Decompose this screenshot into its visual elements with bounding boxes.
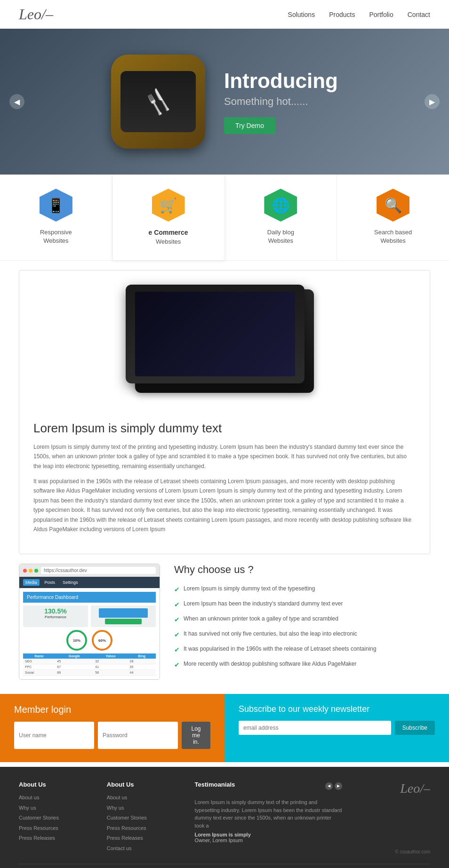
search-label: Search based Websites xyxy=(374,228,412,245)
footer-link[interactable]: Customer Stories xyxy=(107,814,181,822)
main-nav: Solutions Products Portfolio Contact xyxy=(288,11,430,18)
nav-portfolio[interactable]: Portfolio xyxy=(369,11,393,18)
browser-nav-item[interactable]: Media xyxy=(23,579,40,586)
product-section: Lorem Ipsum is simply dummy text Lorem I… xyxy=(19,270,430,555)
features-section: 📱 Responsive Websites 🛒 e Commerce Websi… xyxy=(0,175,449,261)
testimonial-next[interactable]: ▶ xyxy=(335,782,342,790)
footer-col-1: About Us About us Why us Customer Storie… xyxy=(19,781,93,854)
browser-nav-item2[interactable]: Posts xyxy=(42,579,58,586)
ecommerce-label: e Commerce Websites xyxy=(149,228,188,246)
spatula-icon: 🍴 xyxy=(139,83,177,120)
footer-logo-col: Leo/– © cssauthor.com xyxy=(356,781,430,854)
tablet-mockup xyxy=(126,285,323,407)
footer-link[interactable]: About us xyxy=(19,794,93,802)
testimonials-title: Testimoanials xyxy=(195,781,235,788)
hero-subtitle: Something hot...... xyxy=(224,96,338,108)
why-item-1: ✔Lorem Ipsum is simply dummy text of the… xyxy=(174,584,430,595)
hero-content: 🍴 Introducing Something hot...... Try De… xyxy=(111,55,338,149)
close-dot xyxy=(23,569,27,573)
hero-cta-button[interactable]: Try Demo xyxy=(224,117,275,134)
responsive-label: Responsive Websites xyxy=(40,228,72,245)
feature-blog[interactable]: 🌐 Daily blog Websites xyxy=(225,175,337,260)
why-item-6: ✔More recently with desktop publishing s… xyxy=(174,660,430,670)
stat-number: 130.5% xyxy=(25,607,86,615)
nav-solutions[interactable]: Solutions xyxy=(288,11,315,18)
footer-link[interactable]: Customer Stories xyxy=(19,814,93,822)
footer-top: About Us About us Why us Customer Storie… xyxy=(19,781,430,854)
tablet-front xyxy=(126,285,305,383)
feature-search[interactable]: 🔍 Search based Websites xyxy=(337,175,449,260)
product-para2: It was popularised in the 1960s with the… xyxy=(33,477,416,534)
cta-section: Member login Log me in. Subscribe to our… xyxy=(0,694,449,762)
why-item-5: ✔It was popularised in the 1960s with th… xyxy=(174,645,430,655)
footer-link[interactable]: Press Releases xyxy=(19,834,93,842)
browser-url-bar[interactable]: https://cssauthor.dev xyxy=(41,567,156,574)
footer-link[interactable]: Why us xyxy=(107,804,181,812)
browser-nav: Media Posts Settings xyxy=(19,577,160,588)
footer-link[interactable]: Press Resources xyxy=(107,824,181,832)
ecommerce-icon: 🛒 xyxy=(152,189,185,222)
login-button[interactable]: Log me in. xyxy=(182,722,210,749)
why-item-2: ✔Lorem Ipsum has been the industry's sta… xyxy=(174,599,430,610)
bar-chart xyxy=(99,608,148,618)
hero-next-button[interactable]: ▶ xyxy=(425,94,440,109)
why-list: ✔Lorem Ipsum is simply dummy text of the… xyxy=(174,584,430,670)
hero-prev-button[interactable]: ◀ xyxy=(9,94,24,109)
product-para1: Lorem Ipsum is simply dummy text of the … xyxy=(33,442,416,471)
product-text: Lorem Ipsum is simply dummy text Lorem I… xyxy=(33,421,416,534)
check-icon-3: ✔ xyxy=(174,615,180,625)
footer-link[interactable]: Press Releases xyxy=(107,834,181,842)
stat-label: Performance xyxy=(25,615,86,619)
logo: Leo/– xyxy=(19,6,53,23)
cta-login: Member login Log me in. xyxy=(0,694,224,762)
feature-responsive[interactable]: 📱 Responsive Websites xyxy=(0,175,112,260)
cta-newsletter: Subscribe to our weekly newsletter Subsc… xyxy=(224,694,449,762)
feature-ecommerce[interactable]: 🛒 e Commerce Websites xyxy=(112,175,225,260)
product-image xyxy=(33,285,416,407)
why-text: Why choose us ? ✔Lorem Ipsum is simply d… xyxy=(174,564,430,675)
hero-app-icon: 🍴 xyxy=(111,55,205,149)
testimonial-bold: Lorem Ipsum is simply xyxy=(195,832,343,837)
circle-stat-1: 10% xyxy=(66,630,87,651)
footer-logo: Leo/– xyxy=(400,781,430,796)
maximize-dot xyxy=(34,569,38,573)
nav-products[interactable]: Products xyxy=(329,11,355,18)
password-input[interactable] xyxy=(98,722,178,749)
newsletter-form: Subscribe xyxy=(239,721,435,735)
footer-testimonials: Testimoanials ◀ ▶ Lorem Ipsum is simply … xyxy=(195,781,343,854)
circle-stats: 10% 60% xyxy=(23,630,156,651)
footer-col2-title: About Us xyxy=(107,781,181,788)
check-icon-2: ✔ xyxy=(174,600,180,610)
nav-contact[interactable]: Contact xyxy=(408,11,430,18)
testimonial-nav: ◀ ▶ xyxy=(325,782,342,790)
header: Leo/– Solutions Products Portfolio Conta… xyxy=(0,0,449,29)
footer-link[interactable]: Press Resources xyxy=(19,824,93,832)
subscribe-button[interactable]: Subscribe xyxy=(395,721,435,735)
footer-bottom: www.heritagechristiancollege.com xyxy=(19,864,430,868)
footer-link[interactable]: Why us xyxy=(19,804,93,812)
email-input[interactable] xyxy=(239,721,391,735)
footer-col-2: About Us About us Why us Customer Storie… xyxy=(107,781,181,854)
login-form: Log me in. xyxy=(14,722,210,749)
newsletter-title: Subscribe to our weekly newsletter xyxy=(239,704,435,714)
footer-copyright: © cssauthor.com xyxy=(395,849,430,854)
hero-title: Introducing xyxy=(224,69,338,93)
blog-icon: 🌐 xyxy=(264,189,297,222)
testimonial-prev[interactable]: ◀ xyxy=(325,782,333,790)
minimize-dot xyxy=(29,569,32,573)
browser-table: NameGoogleYahooBing SEO453228 PPC674135 … xyxy=(23,653,156,676)
hero-text: Introducing Something hot...... Try Demo xyxy=(224,69,338,134)
check-icon-5: ✔ xyxy=(174,645,180,655)
login-title: Member login xyxy=(14,704,210,715)
footer-link[interactable]: About us xyxy=(107,794,181,802)
why-title: Why choose us ? xyxy=(174,564,430,576)
testimonial-text: Lorem Ipsum is simply dummy text of the … xyxy=(195,798,343,829)
footer: About Us About us Why us Customer Storie… xyxy=(0,767,449,868)
footer-link[interactable]: Contact us xyxy=(107,844,181,852)
check-icon-4: ✔ xyxy=(174,630,180,640)
testimonial-author: Lorem Ipsum is simply Owner, Lorem Ipsum xyxy=(195,832,343,843)
browser-nav-item3[interactable]: Settings xyxy=(60,579,80,586)
browser-mockup: https://cssauthor.dev Media Posts Settin… xyxy=(19,564,160,680)
check-icon-1: ✔ xyxy=(174,585,180,595)
username-input[interactable] xyxy=(14,722,94,749)
